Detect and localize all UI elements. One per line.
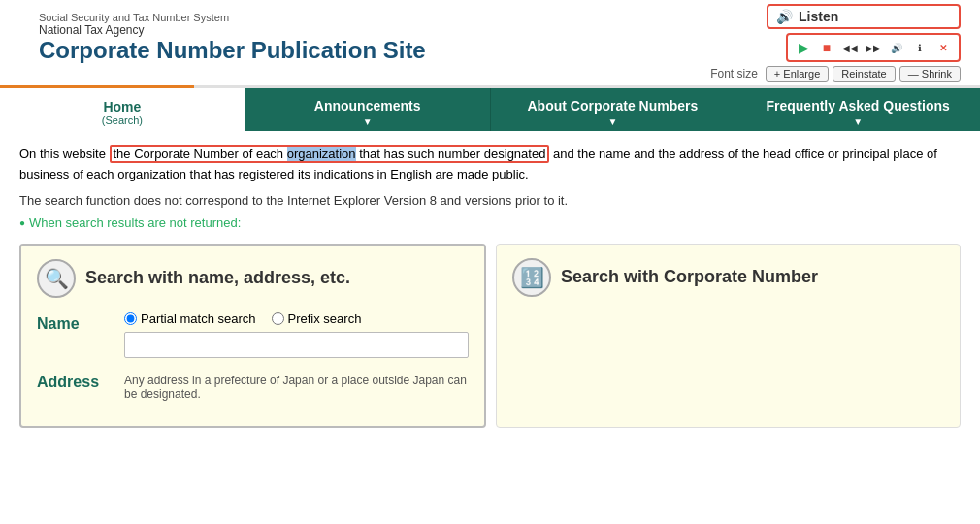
name-field-row: Name Partial match search Prefix search xyxy=(37,311,469,358)
search-panel-number: 🔢 Search with Corporate Number xyxy=(496,244,961,428)
listen-icon: 🔊 xyxy=(776,9,793,24)
address-label: Address xyxy=(37,370,114,391)
enlarge-button[interactable]: + Enlarge xyxy=(766,66,829,82)
announcements-chevron-icon: ▼ xyxy=(363,116,373,127)
highlight-word: organization xyxy=(287,147,356,161)
fast-forward-button[interactable]: ▶▶ xyxy=(864,38,883,57)
name-label: Name xyxy=(37,311,114,333)
nav-about-label: About Corporate Numbers xyxy=(527,98,698,114)
prefix-search-radio-label[interactable]: Prefix search xyxy=(272,311,362,326)
play-button[interactable]: ▶ xyxy=(794,38,813,57)
search-type-radio-group: Partial match search Prefix search xyxy=(124,311,469,326)
name-input[interactable] xyxy=(124,332,469,358)
partial-match-radio[interactable] xyxy=(124,312,137,325)
nav-item-announcements[interactable]: Announcements ▼ xyxy=(245,88,491,131)
intro-paragraph: On this website the Corporate Number of … xyxy=(19,145,961,185)
nav-announcements-label: Announcements xyxy=(314,98,421,114)
nav-item-faq[interactable]: Frequently Asked Questions ▼ xyxy=(735,88,980,131)
site-title: Corporate Number Publication Site xyxy=(39,37,426,64)
about-chevron-icon: ▼ xyxy=(607,116,617,127)
system-label: Social Security and Tax Number System xyxy=(39,12,426,23)
faq-chevron-icon: ▼ xyxy=(853,116,863,127)
stop-button[interactable]: ■ xyxy=(817,38,836,57)
search-name-icon: 🔍 xyxy=(37,259,76,298)
address-field-row: Address Any address in a prefecture of J… xyxy=(37,370,469,401)
nav-item-home[interactable]: Home (Search) xyxy=(0,88,245,131)
nav-home-sub: (Search) xyxy=(102,115,143,126)
panel1-title: 🔍 Search with name, address, etc. xyxy=(37,259,469,298)
address-controls: Any address in a prefecture of Japan or … xyxy=(124,370,469,401)
name-controls: Partial match search Prefix search xyxy=(124,311,469,358)
partial-match-label: Partial match search xyxy=(141,311,256,326)
rewind-button[interactable]: ◀◀ xyxy=(840,38,860,57)
panel2-title-text: Search with Corporate Number xyxy=(561,267,818,287)
font-size-label: Font size xyxy=(710,67,758,81)
volume-button[interactable]: 🔊 xyxy=(887,38,906,57)
panel2-title: 🔢 Search with Corporate Number xyxy=(512,258,944,297)
search-panels-container: 🔍 Search with name, address, etc. Name P… xyxy=(19,244,961,428)
agency-name: National Tax Agency xyxy=(39,23,426,37)
search-results-link[interactable]: When search results are not returned: xyxy=(19,215,961,230)
reinstate-button[interactable]: Reinstate xyxy=(833,66,895,82)
prefix-search-label: Prefix search xyxy=(288,311,362,326)
intro-before: On this website xyxy=(19,147,110,161)
prefix-search-radio[interactable] xyxy=(272,312,284,325)
ie-note: The search function does not correspond … xyxy=(19,193,961,208)
main-content: On this website the Corporate Number of … xyxy=(0,131,980,442)
search-panel-name: 🔍 Search with name, address, etc. Name P… xyxy=(19,244,486,428)
shrink-button[interactable]: — Shrink xyxy=(899,66,961,82)
close-button[interactable]: ✕ xyxy=(933,38,953,57)
nav-home-label: Home xyxy=(103,99,141,115)
address-hint: Any address in a prefecture of Japan or … xyxy=(124,374,469,401)
partial-match-radio-label[interactable]: Partial match search xyxy=(124,311,256,326)
panel1-title-text: Search with name, address, etc. xyxy=(85,268,350,288)
listen-label: Listen xyxy=(799,9,838,24)
nav-item-about[interactable]: About Corporate Numbers ▼ xyxy=(491,88,736,131)
main-nav: Home (Search) Announcements ▼ About Corp… xyxy=(0,88,980,131)
highlight-sentence: the Corporate Number of each organizatio… xyxy=(110,145,550,163)
font-size-bar: Font size + Enlarge Reinstate — Shrink xyxy=(710,66,961,82)
listen-controls-bar: ▶ ■ ◀◀ ▶▶ 🔊 ℹ ✕ xyxy=(786,33,961,62)
search-number-icon: 🔢 xyxy=(512,258,551,297)
listen-widget: 🔊 Listen xyxy=(767,4,961,29)
info-button[interactable]: ℹ xyxy=(910,38,930,57)
nav-faq-label: Frequently Asked Questions xyxy=(766,98,949,114)
